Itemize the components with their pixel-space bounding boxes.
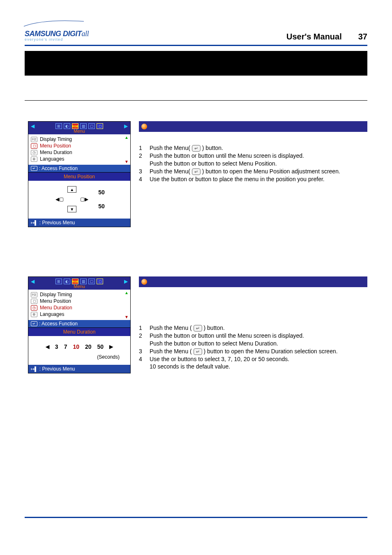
dur-seconds-label: (Seconds) (32, 350, 126, 362)
sub-rule (25, 100, 367, 101)
pos-value-h: 50 (98, 189, 105, 196)
chapter-bar (25, 51, 367, 76)
osd-item-menu-duration: Menu Duration (40, 305, 72, 311)
pos-left-icon: ◀▢ (55, 196, 64, 202)
osd-item-languages: Languages (40, 156, 64, 162)
bullet-icon (141, 124, 147, 129)
section-title-menu-position (139, 121, 367, 132)
osd-icon-brightness: ◐ (64, 279, 70, 284)
logo-text: SAMSUNG DIGITall (25, 30, 89, 38)
osd-menu-label: Menu (31, 284, 128, 289)
osd-item-menu-duration: Menu Duration (40, 150, 72, 155)
osd-panel-menu-duration: ◀ ⊞ ◐ RGB ▥ ▢ ◻ ▶ Menu ▲ (28, 276, 131, 328)
osd-icon-position: ⊞ (55, 279, 62, 284)
osd-access-label: : Access Function (39, 321, 78, 327)
instructions-menu-position: 1Push the Menu( ↵ ) button. 2Push the bu… (139, 144, 367, 183)
osd-right-icon: ▶ (124, 123, 128, 129)
osd-sub-menu-duration: Menu Duration ◀ 3 7 10 20 50 ▶ (Seconds)… (28, 328, 131, 373)
pos-down-icon: ▼ (67, 206, 76, 212)
osd-icon-position: ⊞ (55, 123, 62, 129)
enter-icon: ↵ (31, 321, 37, 326)
dur-opt-7: 7 (64, 343, 67, 350)
languages-icon: ⊗ (31, 157, 37, 162)
osd-scroll-up-icon: ▲ (125, 135, 129, 140)
osd-scroll-up-icon: ▲ (125, 290, 129, 295)
hz-icon: Hz (31, 292, 37, 297)
brand-logo: SAMSUNG DIGITall everyone's invited (25, 21, 89, 41)
page-title: User's Manual (286, 32, 342, 41)
clock-icon: ◷ (31, 305, 37, 311)
osd-right-icon: ▶ (124, 279, 128, 284)
osd-left-icon: ◀ (31, 279, 35, 284)
bullet-icon (141, 279, 147, 285)
position-icon: ◻ (31, 143, 37, 149)
page-number: 37 (358, 32, 367, 41)
osd-icon-bars: ▥ (80, 123, 87, 129)
pos-value-v: 50 (98, 203, 105, 210)
pos-up-icon: ▲ (67, 186, 76, 193)
osd-icon-bars: ▥ (80, 279, 87, 284)
osd-scroll-down-icon: ▼ (125, 159, 129, 164)
osd-scroll-down-icon: ▼ (125, 315, 129, 319)
osd-prev-label: : Previous Menu (39, 366, 75, 372)
dur-right-icon: ▶ (109, 344, 113, 350)
osd-icon-rgb: RGB (72, 279, 78, 284)
osd-item-display-timing: Display Timing (40, 136, 72, 142)
osd-icon-screen: ▢ (88, 279, 95, 284)
osd-icon-menu: ◻ (97, 279, 103, 284)
osd-panel-menu-position: ◀ ⊞ ◐ RGB ▥ ▢ ◻ ▶ Menu ▲ (28, 121, 131, 173)
osd-access-label: : Access Function (39, 166, 78, 171)
osd-sub-title-position: Menu Position (28, 173, 130, 181)
prev-menu-icon: ↦▌ (31, 366, 38, 372)
pos-right-icon: ▢▶ (80, 196, 88, 202)
languages-icon: ⊗ (31, 312, 37, 317)
osd-sub-menu-position: Menu Position ▲ ◀▢▢▶ ▼ 50 50 ↦▌: Previou… (28, 173, 131, 227)
osd-icon-menu: ◻ (97, 123, 103, 129)
osd-icon-rgb: RGB (72, 123, 78, 129)
instructions-menu-duration: 1Push the Menu ( ↵ ) button. 2Push the b… (139, 324, 367, 371)
position-icon: ◻ (31, 299, 37, 304)
osd-item-menu-position: Menu Position (40, 143, 71, 149)
enter-icon: ↵ (194, 325, 202, 332)
osd-item-display-timing: Display Timing (40, 292, 72, 297)
prev-menu-icon: ↦▌ (31, 220, 38, 226)
footer-rule (25, 517, 367, 518)
osd-sub-title-duration: Menu Duration (28, 328, 130, 336)
osd-icon-brightness: ◐ (64, 123, 70, 129)
dur-opt-50: 50 (97, 343, 104, 350)
dur-left-icon: ◀ (46, 344, 49, 350)
dur-opt-20: 20 (85, 343, 92, 350)
dur-opt-3: 3 (55, 343, 58, 350)
enter-icon: ↵ (192, 145, 201, 152)
osd-menu-label: Menu (31, 129, 128, 134)
hz-icon: Hz (31, 137, 37, 142)
osd-icon-screen: ▢ (88, 123, 95, 129)
header-rule (25, 45, 367, 46)
enter-icon: ↵ (31, 166, 37, 171)
section-title-menu-duration (139, 276, 367, 287)
osd-left-icon: ◀ (31, 123, 35, 129)
osd-prev-label: : Previous Menu (39, 220, 75, 226)
enter-icon: ↵ (194, 348, 202, 355)
osd-item-languages: Languages (40, 311, 64, 317)
osd-item-menu-position: Menu Position (40, 298, 71, 304)
dur-opt-10: 10 (73, 343, 79, 350)
clock-icon: ◷ (31, 150, 37, 155)
enter-icon: ↵ (192, 168, 201, 175)
